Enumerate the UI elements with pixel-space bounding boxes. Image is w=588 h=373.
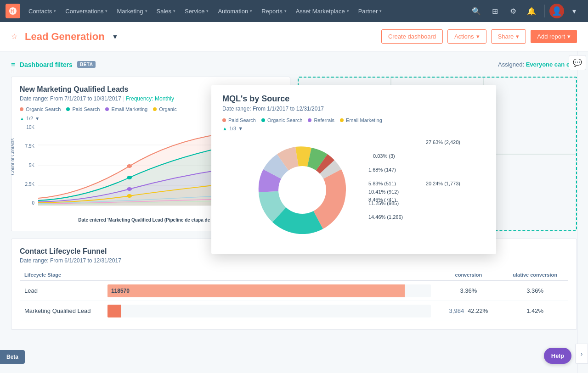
right-arrow-button[interactable]: ›	[575, 344, 588, 364]
modal-legend: Paid Search Organic Search Referrals Ema…	[222, 117, 485, 123]
assigned-area: Assigned: Everyone can edit	[498, 61, 577, 68]
pie-label-5: 10.41% (912)	[368, 189, 399, 195]
mql-y-axis-label: Count of Contacts	[11, 138, 15, 175]
pie-chart-section: 27.63% (2,420) 20.24% (1,773) 14.46% (1,…	[222, 135, 485, 245]
nav-partner[interactable]: Partner▾	[354, 0, 387, 22]
create-dashboard-button[interactable]: Create dashboard	[381, 29, 443, 44]
nav-contacts[interactable]: Contacts▾	[24, 0, 61, 22]
bar-mql	[107, 305, 121, 317]
pie-label-2: 20.24% (1,773)	[426, 181, 460, 186]
pie-label-1: 27.63% (2,420)	[426, 139, 460, 145]
nav-asset-marketplace[interactable]: Asset Marketplace▾	[291, 0, 354, 22]
assigned-prefix: Assigned:	[498, 61, 524, 68]
sidebar-collapsed[interactable]: 《	[577, 51, 588, 373]
pie-label-7: 5.83% (511)	[368, 181, 396, 186]
beta-badge: BETA	[77, 61, 96, 68]
title-dropdown-icon[interactable]: ▼	[112, 33, 119, 40]
share-button[interactable]: Share▾	[491, 29, 526, 44]
secondary-header: ☆ Lead Generation ▼ Create dashboard Act…	[0, 22, 588, 51]
modal-nav-arrows: ▲ 1/3 ▼	[222, 126, 485, 131]
nav-icons: 🔍 ⊞ ⚙ 🔔 👤 ▾	[468, 3, 582, 19]
svg-point-7	[127, 164, 132, 168]
modal-legend-organic-search: Organic Search	[261, 117, 302, 123]
modal-nav-down[interactable]: ▼	[238, 126, 243, 131]
modal-subtitle: Date range: From 1/1/2017 to 12/31/2017	[222, 106, 485, 112]
modal-nav-up[interactable]: ▲	[222, 126, 227, 131]
col-stage: Lifecycle Stage	[20, 269, 103, 281]
nav-marketing[interactable]: Marketing▾	[112, 0, 152, 22]
frequency-link[interactable]: Frequency: Monthly	[126, 95, 174, 102]
legend-dot-email-marketing	[105, 107, 109, 111]
pie-label-3: 14.46% (1,266)	[368, 214, 403, 220]
legend-dot-organic-search	[20, 107, 23, 111]
nav-conversations[interactable]: Conversations▾	[61, 0, 112, 22]
lifecycle-table: Lifecycle Stage conversion ulative conve…	[20, 269, 568, 321]
beta-button[interactable]: Beta	[0, 350, 25, 364]
pie-label-8: 1.68% (147)	[368, 167, 396, 173]
svg-point-13	[127, 194, 132, 198]
bell-icon[interactable]: 🔔	[523, 3, 540, 19]
modal-legend-dot-email	[340, 118, 344, 122]
nav-sales[interactable]: Sales▾	[152, 0, 181, 22]
pct2-lead: 3.36%	[502, 281, 568, 301]
search-icon[interactable]: 🔍	[468, 3, 485, 19]
avatar[interactable]: 👤	[549, 4, 564, 18]
table-row-lead: Lead 118570 3.36% 3.36%	[20, 281, 568, 301]
modal-title: MQL's by Source	[222, 94, 485, 104]
bar-cell-mql	[103, 301, 435, 321]
nav-reports[interactable]: Reports▾	[257, 0, 291, 22]
favorite-star-icon[interactable]: ☆	[11, 32, 17, 41]
svg-point-18	[278, 166, 326, 214]
legend-organic-search: Organic Search	[20, 106, 61, 112]
help-button[interactable]: Help	[544, 348, 571, 364]
legend-paid-search: Paid Search	[66, 106, 100, 112]
account-caret-icon[interactable]: ▾	[566, 3, 582, 19]
modal-legend-referrals: Referrals	[308, 117, 334, 123]
svg-text:H: H	[11, 9, 14, 14]
pct1-lead: 3.36%	[435, 281, 502, 301]
nav-divider	[544, 5, 545, 17]
bar-cell-lead: 118570	[103, 281, 435, 301]
add-report-button[interactable]: Add report▾	[531, 30, 577, 43]
legend-organic: Organic	[153, 106, 177, 112]
legend-dot-organic	[153, 107, 157, 111]
table-row-mql: Marketing Qualified Lead 3,98442.22% 1.4…	[20, 301, 568, 321]
mql-by-source-modal: MQL's by Source Date range: From 1/1/201…	[211, 85, 496, 254]
modal-legend-dot-referrals	[308, 118, 311, 122]
modal-legend-dot-organic	[261, 118, 265, 122]
chat-bubble[interactable]: 💬	[569, 55, 586, 70]
grid-icon[interactable]: ⊞	[486, 3, 503, 19]
table-header-row: Lifecycle Stage conversion ulative conve…	[20, 269, 568, 281]
settings-icon[interactable]: ⚙	[505, 3, 521, 19]
svg-point-9	[127, 176, 132, 179]
nav-down-arrow[interactable]: ▼	[35, 116, 40, 121]
modal-legend-paid-search: Paid Search	[222, 117, 256, 123]
svg-point-11	[127, 187, 132, 191]
actions-button[interactable]: Actions▾	[447, 29, 486, 44]
pie-label-6: 8.46% (741)	[368, 197, 396, 202]
modal-legend-email: Email Marketing	[340, 117, 382, 123]
pct1-mql: 3,98442.22%	[435, 301, 502, 321]
nav-up-arrow[interactable]: ▲	[20, 116, 24, 121]
dashed-cell-3	[484, 78, 576, 154]
filters-left: ≡ Dashboard filters BETA	[11, 61, 96, 68]
pie-chart-svg	[247, 135, 357, 245]
nav-service[interactable]: Service▾	[180, 0, 213, 22]
y-axis: 10K 7.5K 5K 2.5K 0	[20, 125, 36, 206]
hubspot-logo[interactable]: H	[6, 4, 20, 18]
legend-email-marketing: Email Marketing	[105, 106, 147, 112]
legend-dot-paid-search	[66, 107, 70, 111]
pie-labels: 27.63% (2,420) 20.24% (1,773) 14.46% (1,…	[368, 135, 460, 245]
dashboard-filters-label[interactable]: Dashboard filters	[20, 61, 73, 68]
pie-label-9: 0.03% (3)	[373, 153, 395, 159]
header-actions: Create dashboard Actions▾ Share▾ Add rep…	[381, 29, 577, 44]
stage-lead: Lead	[20, 281, 103, 301]
col-cumulative: ulative conversion	[502, 269, 568, 281]
nav-automation[interactable]: Automation▾	[213, 0, 257, 22]
col-bar	[103, 269, 435, 281]
top-navigation: H Contacts▾ Conversations▾ Marketing▾ Sa…	[0, 0, 588, 22]
col-conversion: conversion	[435, 269, 502, 281]
pct2-mql: 1.42%	[502, 301, 568, 321]
bar-lead: 118570	[107, 284, 405, 297]
modal-legend-dot-paid	[222, 118, 226, 122]
